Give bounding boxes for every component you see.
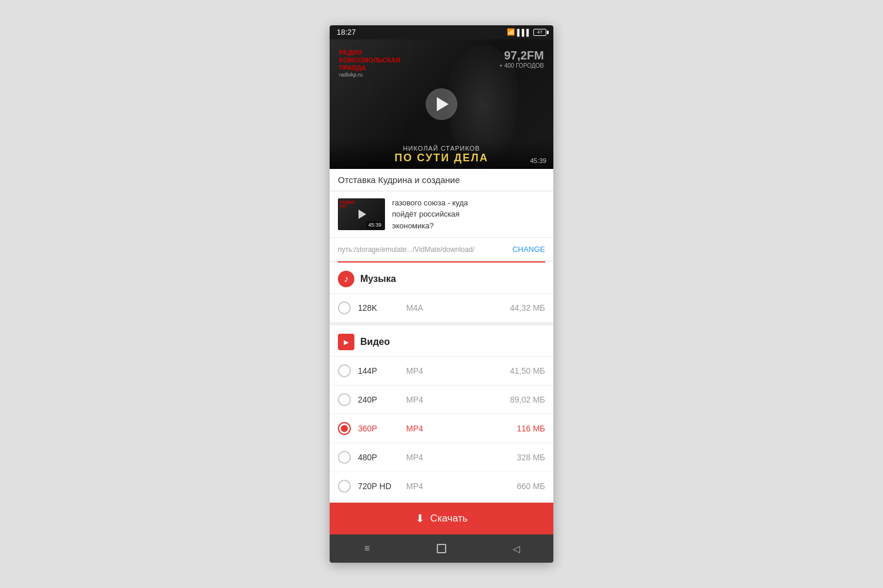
- status-time: 18:27: [337, 28, 356, 36]
- change-button[interactable]: CHANGE: [512, 245, 545, 254]
- wifi-icon: 📶: [507, 28, 515, 36]
- frequency-info: 97,2FM + 400 ГОРОДОВ: [499, 49, 544, 69]
- status-bar: 18:27 📶 ▌▌▌ 47: [330, 25, 553, 39]
- status-icons: 📶 ▌▌▌ 47: [507, 28, 546, 36]
- radio-name: РАДИОКОМСОМОЛЬСКАЯПРАВДА: [339, 49, 400, 72]
- format-type-144p: MP4: [406, 366, 503, 376]
- thumb-description: газового союза - кудапойдёт российскаяэк…: [392, 197, 545, 232]
- format-type-240p: MP4: [406, 395, 503, 404]
- nav-menu-button[interactable]: ≡: [352, 540, 381, 557]
- download-label: Скачать: [430, 513, 468, 524]
- radio-site: radiokp.ru: [339, 72, 400, 78]
- video-icon: ▶: [338, 334, 354, 350]
- download-button[interactable]: ⬇ Скачать: [330, 503, 553, 534]
- video-duration: 45:39: [530, 157, 546, 164]
- radio-logo: РАДИОКОМСОМОЛЬСКАЯПРАВДА radiokp.ru: [339, 49, 400, 78]
- video-section-title: Видео: [360, 337, 390, 347]
- square-icon: [437, 544, 446, 553]
- radio-circle-360p[interactable]: [338, 422, 351, 435]
- video-format-row-360p[interactable]: 360Р MP4 116 МБ: [330, 414, 553, 443]
- video-format-row-240p[interactable]: 240Р MP4 89,02 МБ: [330, 385, 553, 414]
- format-quality-128k: 128K: [358, 303, 399, 313]
- thumb-play-icon: [358, 210, 366, 219]
- download-icon: ⬇: [416, 512, 424, 525]
- phone-frame: 18:27 📶 ▌▌▌ 47 РАДИОКОМСОМОЛЬСКАЯПРАВДА …: [330, 25, 553, 563]
- battery-icon: 47: [533, 29, 546, 36]
- frequency: 97,2FM: [499, 49, 544, 62]
- format-size-720p: 660 МБ: [517, 481, 545, 491]
- nav-back-button[interactable]: ◁: [502, 540, 531, 557]
- play-icon: [437, 97, 449, 111]
- radio-circle-720p[interactable]: [338, 480, 351, 493]
- video-format-row-480p[interactable]: 480Р MP4 328 МБ: [330, 443, 553, 471]
- music-icon: ♪: [338, 271, 354, 287]
- show-title: ПО СУТИ ДЕЛА: [337, 152, 546, 164]
- show-host: НИКОЛАЙ СТАРИКОВ: [337, 145, 546, 152]
- music-section-title: Музыка: [360, 274, 396, 284]
- radio-circle-480p[interactable]: [338, 451, 351, 464]
- path-text: путь:/storage/emulate.../VidMate/downloa…: [338, 245, 474, 254]
- thumbnail-row: РАДИОКП 45:39 газового союза - кудапойдё…: [330, 191, 553, 238]
- video-format-row-144p[interactable]: 144Р MP4 41,50 МБ: [330, 356, 553, 385]
- play-button[interactable]: [426, 88, 457, 120]
- music-section-header: ♪ Музыка: [330, 263, 553, 293]
- video-title-bar: Отставка Кудрина и создание: [330, 169, 553, 191]
- format-quality-720p: 720Р HD: [358, 481, 399, 491]
- format-size-240p: 89,02 МБ: [510, 395, 545, 404]
- radio-inner-360p: [341, 425, 348, 432]
- video-player[interactable]: РАДИОКОМСОМОЛЬСКАЯПРАВДА radiokp.ru 97,2…: [330, 39, 553, 169]
- format-quality-480p: 480Р: [358, 453, 399, 462]
- format-size-360p: 116 МБ: [517, 424, 545, 433]
- format-quality-360p: 360Р: [358, 424, 399, 433]
- menu-icon: ≡: [364, 543, 370, 554]
- back-icon: ◁: [513, 543, 520, 554]
- format-size-144p: 41,50 МБ: [510, 366, 545, 376]
- thumb-duration: 45:39: [367, 221, 383, 228]
- signal-icon: ▌▌▌: [517, 29, 531, 36]
- radio-circle-128k[interactable]: [338, 301, 351, 314]
- nav-home-button[interactable]: [427, 540, 456, 557]
- nav-bar: ≡ ◁: [330, 534, 553, 563]
- radio-circle-144p[interactable]: [338, 364, 351, 377]
- format-type-128k: M4A: [406, 303, 503, 313]
- thumb-radio-logo: РАДИОКП: [340, 200, 355, 208]
- video-format-row-720p[interactable]: 720Р HD MP4 660 МБ: [330, 471, 553, 500]
- video-section-header: ▶ Видео: [330, 325, 553, 356]
- frequency-sub: + 400 ГОРОДОВ: [499, 62, 544, 69]
- thumbnail: РАДИОКП 45:39: [338, 198, 385, 230]
- music-format-row-128k[interactable]: 128K M4A 44,32 МБ: [330, 293, 553, 322]
- format-type-360p: MP4: [406, 424, 510, 433]
- format-quality-240p: 240Р: [358, 395, 399, 404]
- video-title-text: Отставка Кудрина и создание: [338, 175, 460, 185]
- format-size-480p: 328 МБ: [517, 453, 545, 462]
- radio-circle-240p[interactable]: [338, 393, 351, 406]
- format-type-480p: MP4: [406, 453, 510, 462]
- video-bottom-info: НИКОЛАЙ СТАРИКОВ ПО СУТИ ДЕЛА: [330, 140, 553, 169]
- format-type-720p: MP4: [406, 481, 510, 491]
- format-quality-144p: 144Р: [358, 366, 399, 376]
- format-size-128k: 44,32 МБ: [510, 303, 545, 313]
- path-row: путь:/storage/emulate.../VidMate/downloa…: [330, 238, 553, 261]
